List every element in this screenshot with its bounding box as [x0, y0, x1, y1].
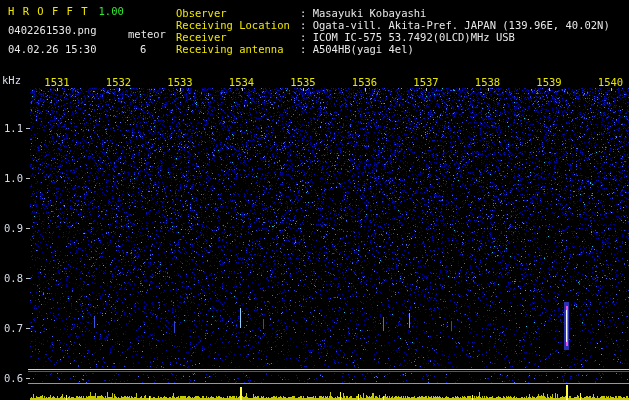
timestamp: 04.02.26 15:30: [8, 43, 97, 55]
info-row-location: Receiving Location: Ogata-vill. Akita-Pr…: [176, 19, 610, 31]
info-label: Observer: [176, 7, 300, 19]
info-label: Receiving Location: [176, 19, 300, 31]
observation-mode-label: meteor: [128, 28, 166, 40]
info-value: : A504HB(yagi 4el): [300, 43, 414, 55]
freq-axis-unit-label: kHz: [2, 74, 21, 86]
info-label: Receiving antenna: [176, 43, 300, 55]
app-title: H R O F F T: [8, 5, 89, 17]
info-row-observer: Observer: Masayuki Kobayashi: [176, 7, 426, 19]
info-row-antenna: Receiving antenna: A504HB(yagi 4el): [176, 43, 414, 55]
output-filename: 0402261530.png: [8, 24, 97, 36]
app-version: 1.00: [99, 5, 124, 17]
spectrogram-canvas: [0, 0, 629, 400]
info-value: : ICOM IC-575 53.7492(0LCD)MHz USB: [300, 31, 515, 43]
hrofft-window: H R O F F T1.00 0402261530.png meteor 04…: [0, 0, 629, 400]
info-value: : Masayuki Kobayashi: [300, 7, 426, 19]
info-row-receiver: Receiver: ICOM IC-575 53.7492(0LCD)MHz U…: [176, 31, 515, 43]
info-value: : Ogata-vill. Akita-Pref. JAPAN (139.96E…: [300, 19, 610, 31]
info-label: Receiver: [176, 31, 300, 43]
app-brand: H R O F F T1.00: [8, 5, 124, 17]
meteor-count: 6: [140, 43, 146, 55]
